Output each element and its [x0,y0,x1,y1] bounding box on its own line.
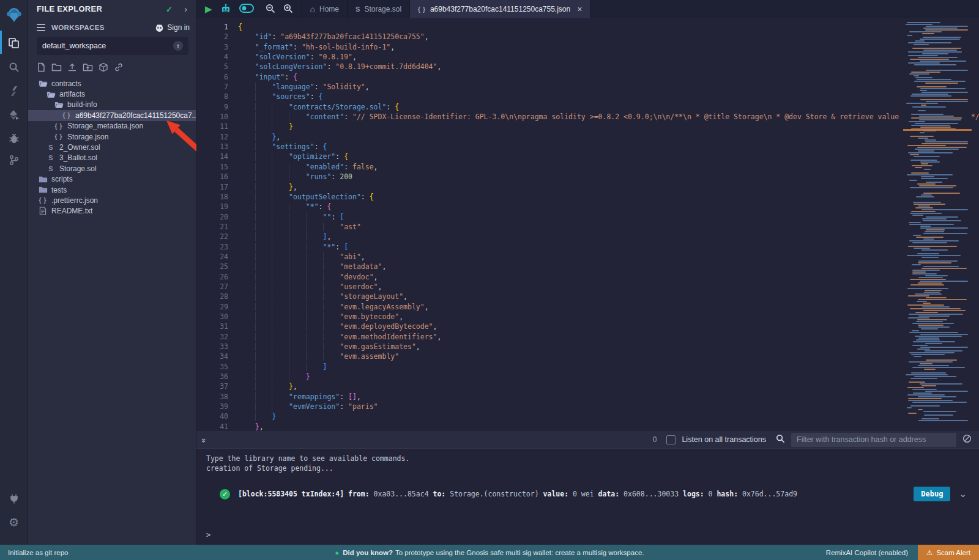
line-number: 29 [196,302,238,312]
tree-item-scripts[interactable]: scripts [28,174,196,185]
sidebar-item-git[interactable] [0,149,28,171]
github-icon [155,23,164,32]
tree-item-label: tests [51,186,67,194]
tx-expand-chevron-icon[interactable]: ⌄ [959,488,967,499]
warning-icon: ⚠ [926,548,932,557]
tree-item-artifacts[interactable]: artifacts [28,89,196,99]
editor-toolbar: ▶ [196,0,302,18]
tab-build-info-json[interactable]: { } a69b43f277ba20fcac141151250ca755.jso… [410,0,590,18]
gear-icon: ⚙ [9,515,19,529]
code-line: 3 "_format": "hh-sol-build-info-1", [196,42,979,52]
upload-file-button[interactable] [67,62,77,72]
transaction-count: 0 [653,435,657,444]
tree-item--prettierrc-json[interactable]: { }.prettierrc.json [28,195,196,205]
code-line: 10 "content": "// SPDX-License-Identifie… [196,112,979,122]
line-number: 34 [196,352,238,361]
code-line: 39 "evmVersion": "paris" [196,402,979,411]
tree-item-storage-sol[interactable]: SStorage.sol [28,163,196,174]
line-number: 33 [196,342,238,352]
workspace-select[interactable]: default_workspace ▲▼ [37,37,188,55]
sign-in-button[interactable]: Sign in [155,23,190,32]
tree-item-label: Storage.sol [59,164,97,173]
tree-item-storage-metadata-json[interactable]: { }Storage_metadata.json [28,121,196,131]
line-number: 30 [196,312,238,322]
solidity-icon: S [46,165,56,172]
minimap-highlight [903,129,972,131]
tree-item-3-ballot-sol[interactable]: S3_Ballot.sol [28,153,196,163]
ipfs-box-icon[interactable] [99,62,108,72]
tree-item-a69b43f277ba20fcac141151250ca7-[interactable]: { }a69b43f277ba20fcac141151250ca7... [28,110,196,120]
ai-robot-icon[interactable] [220,4,231,15]
chevron-right-icon[interactable]: › [184,4,187,14]
file-explorer-icon [8,37,20,49]
terminal-header: » 0 Listen on all transactions [196,431,979,448]
json-icon: { } [62,112,72,119]
zoom-out-icon[interactable] [266,4,275,15]
sidebar-item-search[interactable] [0,56,28,78]
code-line: 12 }, [196,132,979,142]
copilot-status: RemixAI Copilot (enabled) [826,549,908,556]
sidebar-item-deploy-run[interactable] [0,104,28,126]
tab-label: Home [319,5,339,13]
expand-terminal-icon[interactable]: » [199,438,209,441]
line-number: 14 [196,152,238,161]
code-line: 20 "": [ [196,212,979,222]
terminal-search-icon [776,434,785,445]
tree-item-storage-json[interactable]: { }Storage.json [28,131,196,142]
code-line: 11 } [196,122,979,131]
transaction-filter-input[interactable] [791,433,956,447]
folder-open-icon [54,101,64,109]
minimap[interactable] [903,18,972,431]
workspaces-menu-icon[interactable] [37,24,45,31]
line-number: 10 [196,112,238,122]
code-line: 15 "enabled": false, [196,162,979,172]
tree-item-2-owner-sol[interactable]: S2_Owner.sol [28,142,196,152]
tree-item-contracts[interactable]: contracts [28,78,196,89]
tab-home[interactable]: ⌂ Home [302,0,348,18]
line-number: 4 [196,52,238,62]
code-editor[interactable]: 1{2 "id": "a69b43f277ba20fcac141151250ca… [196,18,979,431]
file-tree: contractsartifactsbuild-info{ }a69b43f27… [28,78,196,216]
editor-tabbar: ▶ ⌂ Home S Storage.sol { } a69b43f277ba2… [196,0,979,18]
listen-checkbox[interactable] [666,435,676,444]
close-tab-icon[interactable]: × [577,4,582,14]
sidebar-item-plugin-manager[interactable] [0,488,28,510]
code-line: 23 "*": [ [196,242,979,252]
sidebar-item-file-explorer[interactable] [0,32,28,54]
git-branch-icon [9,155,20,166]
line-number: 8 [196,92,238,101]
copilot-toggle[interactable] [239,4,254,15]
scam-alert-button[interactable]: ⚠ Scam Alert [918,545,979,560]
line-number: 36 [196,372,238,381]
git-init-button[interactable]: Initialize as git repo [8,549,68,556]
transaction-row[interactable]: ✓ [block:5583405 txIndex:4] from: 0xa03.… [220,487,967,501]
terminal-prompt[interactable]: > [206,531,210,539]
sidebar-item-debugger[interactable] [0,128,28,150]
sidebar-item-solidity-compiler[interactable] [0,80,28,102]
sidebar-item-settings[interactable]: ⚙ [0,511,28,533]
tree-item-tests[interactable]: tests [28,185,196,195]
run-script-button[interactable]: ▶ [205,4,212,15]
code-line: 5 "solcLongVersion": "0.8.19+commit.7dd6… [196,62,979,72]
code-line: 14 "optimizer": { [196,152,979,161]
lightbulb-icon: ● [335,549,340,556]
remix-logo-icon[interactable] [0,4,28,26]
debug-button[interactable]: Debug [914,487,950,501]
new-file-button[interactable] [37,62,46,72]
line-number: 26 [196,272,238,282]
icon-rail: ⚙ [0,0,28,545]
tree-item-build-info[interactable]: build-info [28,100,196,110]
panel-title: FILE EXPLORER [37,4,102,13]
clear-console-icon[interactable] [962,434,972,445]
terminal-body[interactable]: Type the library name to see available c… [196,448,979,545]
tab-storage-sol[interactable]: S Storage.sol [348,0,410,18]
line-number: 40 [196,411,238,421]
link-icon[interactable] [114,62,124,72]
upload-folder-button[interactable] [83,62,93,72]
zoom-in-icon[interactable] [283,4,293,15]
code-line: 8 "sources": { [196,92,979,101]
code-line: 35 ] [196,362,979,372]
tx-summary: [block:5583405 txIndex:4] from: 0xa03...… [238,490,797,498]
tree-item-readme-txt[interactable]: README.txt [28,206,196,216]
new-folder-button[interactable] [51,62,62,72]
